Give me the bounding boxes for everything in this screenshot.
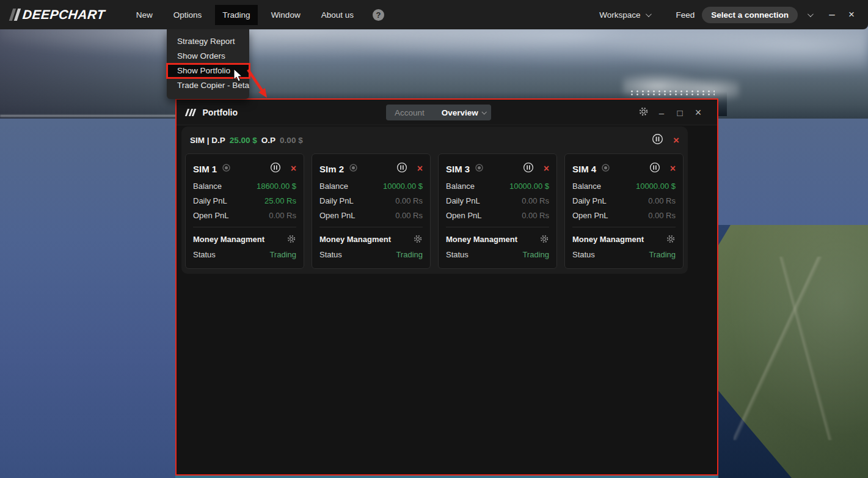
status-value: Trading	[396, 250, 423, 259]
card-divider	[193, 227, 296, 227]
menu-item-aboutus[interactable]: About us	[314, 5, 361, 25]
group-close-button[interactable]: ×	[673, 135, 679, 145]
summary-label: SIM | D.P	[190, 136, 225, 145]
sim-summary-text: SIM | D.P 25.00 $ O.P 0.00 $	[190, 136, 303, 145]
open-pnl-label: Open PnL	[319, 211, 356, 220]
money-management-gear-icon[interactable]	[539, 234, 549, 244]
app-menubar: DEEPCHART New Options Trading Window Abo…	[0, 0, 868, 29]
status-value: Trading	[649, 250, 676, 259]
daily-pnl-value: 0.00 Rs	[395, 196, 423, 205]
pause-button[interactable]	[396, 162, 407, 175]
record-icon[interactable]	[475, 163, 484, 175]
menu-item-strategy-report[interactable]: Strategy Report	[167, 34, 249, 49]
workspace-chevron-down-icon[interactable]	[646, 11, 652, 17]
daily-pnl-value: 0.00 Rs	[648, 196, 676, 205]
group-pause-button[interactable]	[652, 133, 663, 147]
wallpaper-village-dots	[629, 90, 715, 95]
help-icon[interactable]: ?	[373, 9, 384, 21]
view-switcher: Account Overview	[386, 105, 491, 120]
status-value: Trading	[522, 250, 549, 259]
status-label: Status	[319, 250, 342, 259]
daily-pnl-label: Daily PnL	[193, 196, 227, 205]
balance-value: 18600.00 $	[257, 182, 296, 191]
close-account-button[interactable]: ×	[544, 164, 549, 174]
open-pnl-value: 0.00 Rs	[395, 211, 423, 220]
workspace-menu[interactable]: Workspace	[599, 10, 640, 20]
menu-item-trading[interactable]: Trading	[215, 5, 257, 25]
account-name: SIM 4	[572, 164, 596, 174]
money-management-label: Money Managment	[193, 235, 264, 244]
portfolio-settings-gear-icon[interactable]	[634, 106, 652, 119]
select-connection-button[interactable]: Select a connection	[702, 7, 798, 23]
wallpaper-fog	[0, 24, 868, 72]
menu-item-window[interactable]: Window	[264, 5, 308, 25]
mouse-cursor	[232, 68, 243, 83]
account-name: SIm 2	[319, 164, 344, 174]
daily-pnl-label: Daily PnL	[319, 196, 354, 205]
portfolio-titlebar[interactable]: Portfolio Account Overview – □ ×	[177, 100, 717, 125]
balance-value: 10000.00 $	[636, 182, 676, 191]
status-label: Status	[572, 250, 595, 259]
daily-pnl-value: 25.00 Rs	[264, 196, 296, 205]
logo-text: DEEPCHART	[22, 7, 106, 22]
money-management-gear-icon[interactable]	[666, 234, 676, 244]
sim-summary-row: SIM | D.P 25.00 $ O.P 0.00 $ ×	[181, 127, 688, 153]
close-account-button[interactable]: ×	[670, 164, 676, 174]
summary-daily-pnl: 25.00 $	[230, 136, 257, 145]
account-card-sim3: SIM 3 × Balance10000.00 $ Daily PnL0.00 …	[438, 153, 557, 269]
close-account-button[interactable]: ×	[291, 164, 296, 174]
portfolio-minimize-button[interactable]: –	[652, 108, 671, 118]
money-management-gear-icon[interactable]	[413, 234, 423, 244]
portfolio-window: Portfolio Account Overview – □ ×	[175, 98, 718, 476]
money-management-gear-icon[interactable]	[286, 234, 296, 244]
sim-group-panel: SIM | D.P 25.00 $ O.P 0.00 $ ×	[181, 127, 688, 274]
portfolio-maximize-button[interactable]: □	[671, 108, 689, 118]
account-name: SIM 3	[446, 164, 470, 174]
summary-open-pnl: 0.00 $	[280, 136, 303, 145]
tab-overview[interactable]: Overview	[433, 108, 482, 117]
money-management-label: Money Managment	[572, 235, 644, 244]
trading-dropdown-menu: Strategy Report Show Orders Show Portfol…	[167, 29, 249, 99]
logo-stripes-icon	[11, 9, 21, 21]
menu-item-new[interactable]: New	[129, 5, 160, 25]
summary-actions: ×	[652, 133, 679, 147]
record-icon[interactable]	[349, 163, 358, 175]
balance-label: Balance	[446, 182, 475, 191]
balance-label: Balance	[572, 182, 601, 191]
app-close-button[interactable]: ×	[842, 9, 861, 21]
pause-button[interactable]	[649, 162, 660, 175]
wallpaper-dark-water	[715, 225, 868, 478]
close-account-button[interactable]: ×	[417, 164, 423, 174]
status-label: Status	[446, 250, 469, 259]
status-value: Trading	[269, 250, 296, 259]
open-pnl-label: Open PnL	[193, 211, 229, 220]
pause-button[interactable]	[523, 162, 534, 175]
pause-button[interactable]	[270, 162, 281, 175]
daily-pnl-label: Daily PnL	[572, 196, 607, 205]
daily-pnl-label: Daily PnL	[446, 196, 480, 205]
balance-label: Balance	[319, 182, 348, 191]
card-divider	[572, 227, 676, 227]
account-card-sim1: SIM 1 × Balance18600.00 $ Daily PnL25.00…	[185, 153, 304, 269]
account-card-sim4: SIM 4 × Balance10000.00 $ Daily PnL0.00 …	[564, 153, 684, 269]
menu-item-options[interactable]: Options	[166, 5, 210, 25]
open-pnl-value: 0.00 Rs	[648, 211, 676, 220]
portfolio-window-controls: – □ ×	[634, 100, 717, 125]
wallpaper-green-island	[715, 225, 868, 478]
open-pnl-label: Open PnL	[446, 211, 482, 220]
account-cards-row: SIM 1 × Balance18600.00 $ Daily PnL25.00…	[181, 153, 688, 269]
view-chevron-down-icon[interactable]	[481, 109, 486, 114]
record-icon[interactable]	[601, 163, 610, 175]
record-icon[interactable]	[222, 163, 231, 175]
account-card-sim2: SIm 2 × Balance10000.00 $ Daily PnL0.00 …	[312, 153, 431, 269]
feed-label: Feed	[676, 10, 695, 20]
app-minimize-button[interactable]: –	[823, 9, 841, 21]
menu-item-show-orders[interactable]: Show Orders	[167, 49, 249, 64]
app-logo: DEEPCHART	[11, 7, 105, 22]
tab-account[interactable]: Account	[386, 108, 433, 117]
daily-pnl-value: 0.00 Rs	[522, 196, 549, 205]
connection-chevron-down-icon[interactable]	[808, 11, 814, 17]
portfolio-close-button[interactable]: ×	[689, 106, 707, 119]
card-divider	[446, 227, 549, 227]
annotation-arrow	[243, 65, 275, 103]
